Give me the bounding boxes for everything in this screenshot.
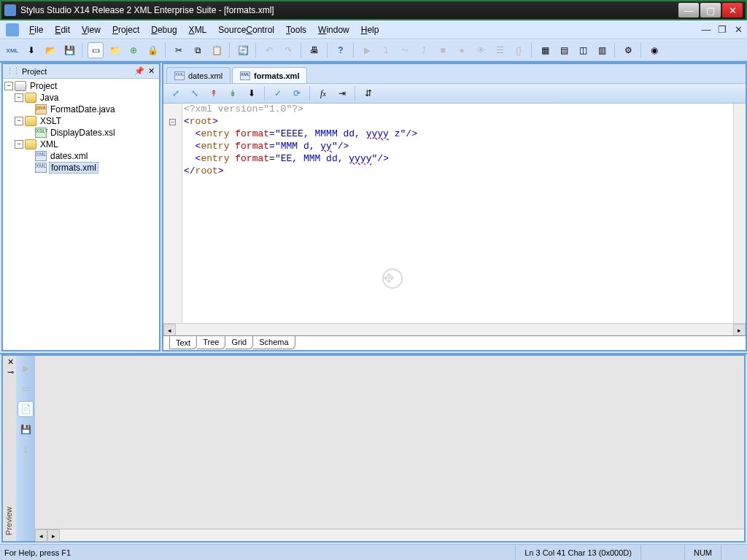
menu-sourcecontrol[interactable]: SourceControl — [212, 22, 280, 38]
xml-node-down-icon[interactable]: ↡ — [225, 85, 241, 101]
maximize-button[interactable]: ▢ — [700, 3, 721, 18]
tree-label[interactable]: XML — [39, 139, 60, 149]
fold-toggle-icon[interactable]: − — [169, 119, 176, 125]
tree-label[interactable]: dates.xml — [49, 151, 89, 161]
panel-close-icon[interactable]: ✕ — [146, 66, 156, 77]
menu-tools[interactable]: Tools — [280, 22, 312, 38]
tree-item[interactable]: −XSLT — [4, 115, 158, 127]
menu-project[interactable]: Project — [107, 22, 145, 38]
mdi-restore-button[interactable]: ❐ — [715, 23, 729, 37]
tools-options-icon[interactable]: ⚙ — [620, 42, 636, 58]
open-file-icon[interactable]: 📂 — [42, 42, 58, 58]
file-tab-formats-xml[interactable]: XMLformats.xml — [232, 67, 307, 83]
view-tab-text[interactable]: Text — [169, 336, 197, 349]
xml-move-down-icon[interactable]: ⬇ — [244, 85, 260, 101]
tree-item[interactable]: −XML — [4, 139, 158, 150]
project-tree[interactable]: −Project−JavajavaFormatDate.java−XSLTXSL… — [3, 79, 159, 350]
minimize-button[interactable]: — — [678, 3, 699, 18]
preview-horizontal-scrollbar[interactable]: ◂ ▸ — [35, 529, 744, 541]
xml-indent-icon[interactable]: ⇥ — [334, 85, 350, 101]
add-item-icon[interactable]: ⊕ — [125, 42, 142, 58]
undo-icon[interactable]: ↶ — [261, 42, 277, 58]
xml-xpath-icon[interactable]: fx — [315, 85, 331, 101]
tree-item[interactable]: −Project — [4, 80, 158, 92]
project-view-icon[interactable]: ▭ — [88, 42, 104, 58]
view-tab-grid[interactable]: Grid — [225, 336, 253, 349]
code-editor[interactable]: <?xml version="1.0"?><root> <entry forma… — [182, 104, 733, 323]
view-tab-tree[interactable]: Tree — [197, 336, 225, 349]
new-xml-icon[interactable]: XML — [4, 42, 20, 58]
help-icon[interactable]: ? — [333, 42, 349, 58]
menu-view[interactable]: View — [76, 22, 107, 38]
tree-item[interactable]: XMLdates.xml — [4, 150, 158, 162]
xml-settings-icon[interactable]: ⇵ — [360, 85, 376, 101]
debug-step-into-icon[interactable]: ⤵ — [378, 42, 394, 58]
mdi-close-button[interactable]: ✕ — [731, 23, 746, 37]
xml-collapse-icon[interactable]: ⤡ — [187, 85, 203, 101]
preview-browser-icon[interactable]: ▭ — [18, 381, 34, 397]
tree-label[interactable]: FormatDate.java — [49, 104, 117, 114]
vertical-scrollbar[interactable] — [733, 104, 746, 323]
scroll-left-icon[interactable]: ◂ — [163, 324, 176, 336]
preview-close-icon[interactable]: ✕ — [7, 357, 14, 367]
scroll-right-icon[interactable]: ▸ — [733, 324, 746, 336]
window-cascade-icon[interactable]: ▤ — [556, 42, 572, 58]
menu-debug[interactable]: Debug — [145, 22, 182, 38]
preview-pin-icon[interactable]: ⊸ — [7, 368, 14, 377]
save-icon[interactable]: 💾 — [61, 42, 77, 58]
menu-window[interactable]: Window — [312, 22, 355, 38]
file-tab-dates-xml[interactable]: XMLdates.xml — [166, 67, 231, 83]
print-icon[interactable]: 🖶 — [306, 42, 322, 58]
preview-run-icon[interactable]: ▶ — [18, 360, 34, 376]
debug-callstack-icon[interactable]: ☰ — [492, 42, 508, 58]
tree-item[interactable]: XMLformats.xml — [4, 162, 158, 174]
app-menu-icon[interactable] — [6, 23, 19, 36]
tree-item[interactable]: −Java — [4, 92, 158, 104]
xml-wellformed-icon[interactable]: ⟳ — [289, 85, 305, 101]
copy-icon[interactable]: ⧉ — [190, 42, 206, 58]
tree-toggle-icon[interactable]: − — [15, 93, 23, 102]
menu-xml[interactable]: XML — [183, 22, 213, 38]
close-button[interactable]: ✕ — [722, 3, 743, 18]
horizontal-scrollbar[interactable]: ◂ ▸ — [163, 323, 746, 335]
add-folder-icon[interactable]: 📁 — [107, 42, 123, 58]
window-split-icon[interactable]: ◫ — [575, 42, 591, 58]
debug-breakpoint-icon[interactable]: ● — [454, 42, 470, 58]
preview-scroll-right-icon[interactable]: ▸ — [47, 529, 60, 542]
panel-pin-icon[interactable]: 📌 — [134, 66, 144, 77]
xml-node-up-icon[interactable]: ↟ — [206, 85, 222, 101]
view-tab-schema[interactable]: Schema — [253, 336, 295, 349]
xml-validate-icon[interactable]: ✓ — [270, 85, 286, 101]
tree-label[interactable]: XSLT — [39, 116, 63, 126]
redo-icon[interactable]: ↷ — [280, 42, 296, 58]
debug-watch-icon[interactable]: 👁 — [473, 42, 489, 58]
tree-label[interactable]: DisplayDates.xsl — [49, 128, 117, 138]
debug-step-out-icon[interactable]: ⤴ — [416, 42, 432, 58]
new-file-icon[interactable]: ⬇ — [23, 42, 39, 58]
preview-export-icon[interactable]: ⤓ — [18, 442, 34, 458]
cut-icon[interactable]: ✂ — [171, 42, 187, 58]
tree-label[interactable]: Project — [28, 81, 58, 91]
menu-help[interactable]: Help — [355, 22, 385, 38]
window-list-icon[interactable]: ▥ — [594, 42, 610, 58]
tree-label[interactable]: Java — [39, 93, 60, 103]
tree-label[interactable]: formats.xml — [49, 162, 98, 174]
pipeline-icon[interactable]: ◉ — [646, 42, 662, 58]
window-tile-icon[interactable]: ▦ — [537, 42, 553, 58]
preview-text-icon[interactable]: 📄 — [18, 401, 34, 417]
preview-scroll-left-icon[interactable]: ◂ — [35, 529, 47, 542]
debug-stop-icon[interactable]: ■ — [435, 42, 451, 58]
refresh-icon[interactable]: 🔄 — [235, 42, 251, 58]
debug-vars-icon[interactable]: {} — [511, 42, 527, 58]
preview-save-icon[interactable]: 💾 — [18, 421, 34, 438]
tree-toggle-icon[interactable]: − — [15, 117, 23, 125]
menu-edit[interactable]: Edit — [49, 22, 76, 38]
debug-step-over-icon[interactable]: ⤳ — [397, 42, 413, 58]
mdi-minimize-button[interactable]: — — [699, 23, 713, 37]
tree-item[interactable]: XSLTDisplayDates.xsl — [4, 127, 158, 139]
xml-expand-icon[interactable]: ⤢ — [168, 85, 184, 101]
tree-toggle-icon[interactable]: − — [4, 82, 13, 90]
menu-file[interactable]: File — [23, 22, 49, 38]
lock-icon[interactable]: 🔒 — [144, 42, 160, 58]
tree-toggle-icon[interactable]: − — [15, 140, 23, 149]
